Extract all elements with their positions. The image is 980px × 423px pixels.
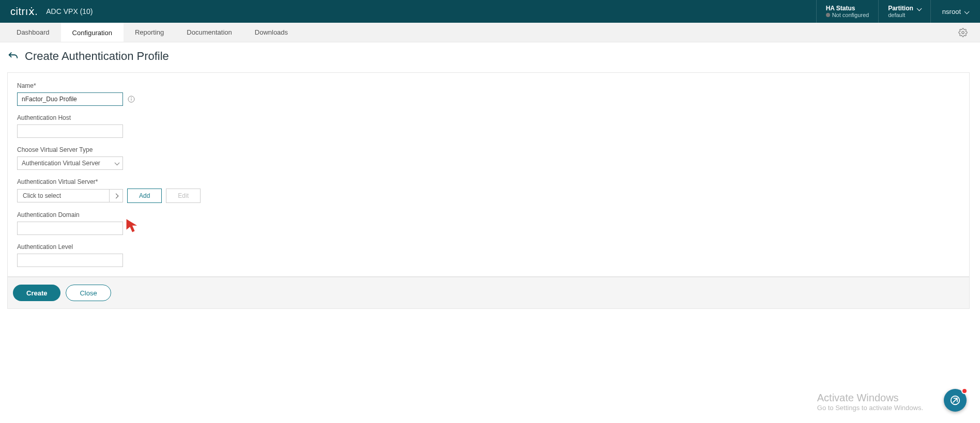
vs-type-select[interactable]: Authentication Virtual Server bbox=[17, 156, 123, 170]
partition-title: Partition bbox=[888, 5, 921, 12]
name-label: Name* bbox=[17, 82, 960, 89]
topbar-left: citrıẋ. ADC VPX (10) bbox=[10, 5, 93, 18]
status-dot-icon bbox=[826, 13, 830, 17]
auth-level-label: Authentication Level bbox=[17, 243, 960, 250]
add-button[interactable]: Add bbox=[127, 189, 162, 203]
page: Create Authentication Profile Name* Auth… bbox=[0, 42, 980, 319]
tab-reporting[interactable]: Reporting bbox=[124, 23, 175, 42]
page-title: Create Authentication Profile bbox=[25, 50, 169, 63]
ha-status-sub-text: Not configured bbox=[832, 12, 869, 18]
gear-icon[interactable] bbox=[958, 28, 968, 37]
ha-status-sub: Not configured bbox=[826, 12, 869, 18]
auth-vs-picker-button[interactable] bbox=[109, 190, 122, 202]
auth-host-label: Authentication Host bbox=[17, 114, 960, 121]
vs-type-select-wrap[interactable]: Authentication Virtual Server bbox=[17, 156, 123, 170]
user-name: nsroot bbox=[942, 8, 961, 15]
tab-dashboard-label: Dashboard bbox=[17, 28, 50, 36]
chevron-down-icon bbox=[964, 9, 970, 14]
topbar: citrıẋ. ADC VPX (10) HA Status Not confi… bbox=[0, 0, 980, 23]
close-button[interactable]: Close bbox=[66, 285, 111, 301]
create-button[interactable]: Create bbox=[13, 285, 60, 301]
partition-sub: default bbox=[888, 12, 921, 18]
chevron-down-icon bbox=[916, 6, 922, 11]
vs-type-label: Choose Virtual Server Type bbox=[17, 146, 960, 153]
partition-title-text: Partition bbox=[888, 5, 913, 12]
info-icon[interactable] bbox=[127, 95, 135, 103]
action-bar: Create Close bbox=[7, 277, 970, 309]
user-menu[interactable]: nsroot bbox=[930, 0, 980, 23]
chevron-right-icon bbox=[114, 193, 119, 198]
auth-domain-label: Authentication Domain bbox=[17, 211, 960, 218]
page-head: Create Authentication Profile bbox=[7, 50, 970, 63]
ha-status-title: HA Status bbox=[826, 5, 869, 12]
tab-documentation[interactable]: Documentation bbox=[175, 23, 243, 42]
partition-section[interactable]: Partition default bbox=[878, 0, 930, 23]
tab-dashboard[interactable]: Dashboard bbox=[5, 23, 61, 42]
tab-downloads[interactable]: Downloads bbox=[243, 23, 299, 42]
tab-configuration-label: Configuration bbox=[72, 29, 112, 37]
ha-status-section[interactable]: HA Status Not configured bbox=[816, 0, 879, 23]
navbar: Dashboard Configuration Reporting Docume… bbox=[0, 23, 980, 42]
auth-level-input[interactable] bbox=[17, 254, 123, 267]
svg-point-0 bbox=[962, 31, 964, 34]
auth-vs-label: Authentication Virtual Server* bbox=[17, 178, 960, 185]
auth-domain-input[interactable] bbox=[17, 222, 123, 235]
tab-documentation-label: Documentation bbox=[187, 28, 232, 36]
form-panel: Name* Authentication Host Choose Virtual… bbox=[7, 72, 970, 277]
brand-logo: citrıẋ. bbox=[10, 5, 38, 18]
auth-host-input[interactable] bbox=[17, 124, 123, 138]
auth-vs-picker-text: Click to select bbox=[18, 192, 109, 199]
tab-downloads-label: Downloads bbox=[255, 28, 288, 36]
tab-configuration[interactable]: Configuration bbox=[61, 23, 124, 42]
auth-vs-picker[interactable]: Click to select bbox=[17, 189, 123, 202]
back-arrow-icon[interactable] bbox=[7, 51, 19, 62]
topbar-right: HA Status Not configured Partition defau… bbox=[816, 0, 980, 23]
edit-button: Edit bbox=[166, 189, 201, 203]
tab-reporting-label: Reporting bbox=[135, 28, 164, 36]
product-name: ADC VPX (10) bbox=[46, 7, 93, 15]
svg-point-3 bbox=[131, 98, 132, 98]
name-input[interactable] bbox=[17, 92, 123, 106]
